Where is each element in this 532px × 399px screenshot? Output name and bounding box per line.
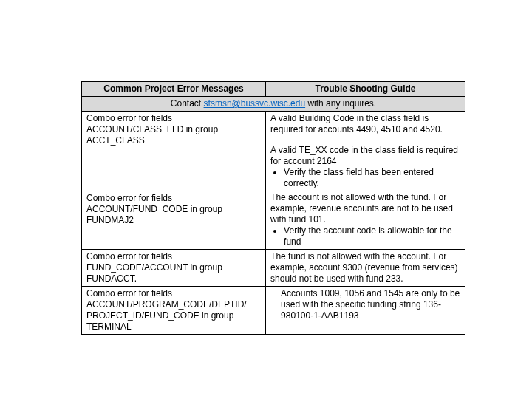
guide-intro: The account is not allowed with the fund… — [270, 192, 460, 225]
document-page: Common Project Error Messages Trouble Sh… — [0, 0, 532, 335]
error-guide-table: Common Project Error Messages Trouble Sh… — [81, 81, 466, 335]
contact-suffix: with any inquires. — [305, 98, 376, 109]
guide-cell: A valid TE_XX code in the class field is… — [266, 137, 466, 191]
header-row: Common Project Error Messages Trouble Sh… — [82, 82, 466, 97]
header-left: Common Project Error Messages — [82, 82, 266, 97]
bullet-item: Verify the account code is allowable for… — [284, 225, 460, 248]
table-row: Combo error for fields ACCOUNT/PROGRAM_C… — [82, 287, 466, 335]
table-row: Combo error for fields FUND_CODE/ACCOUNT… — [82, 250, 466, 287]
error-cell: Combo error for fields ACCOUNT/CLASS_FLD… — [82, 112, 266, 191]
guide-cell: The account is not allowed with the fund… — [266, 191, 466, 250]
contact-prefix: Contact — [171, 98, 204, 109]
contact-row: Contact sfsmsn@bussvc.wisc.edu with any … — [82, 97, 466, 112]
contact-email-link[interactable]: sfsmsn@bussvc.wisc.edu — [204, 98, 306, 109]
guide-intro: Accounts 1009, 1056 and 1545 are only to… — [270, 288, 460, 321]
table-row: Combo error for fields ACCOUNT/CLASS_FLD… — [82, 112, 466, 137]
guide-cell: The fund is not allowed with the account… — [266, 250, 466, 287]
error-cell: Combo error for fields ACCOUNT/PROGRAM_C… — [82, 287, 266, 335]
guide-cell: Accounts 1009, 1056 and 1545 are only to… — [266, 287, 466, 335]
error-cell: Combo error for fields FUND_CODE/ACCOUNT… — [82, 250, 266, 287]
bullet-item: Verify the class field has been entered … — [284, 167, 460, 189]
error-cell: Combo error for fields ACCOUNT/FUND_CODE… — [82, 191, 266, 250]
header-right: Trouble Shooting Guide — [266, 82, 466, 97]
table-row: Combo error for fields ACCOUNT/FUND_CODE… — [82, 191, 466, 250]
guide-cell: A valid Building Code in the class field… — [266, 112, 466, 137]
guide-extra: A valid TE_XX code in the class field is… — [270, 145, 460, 167]
